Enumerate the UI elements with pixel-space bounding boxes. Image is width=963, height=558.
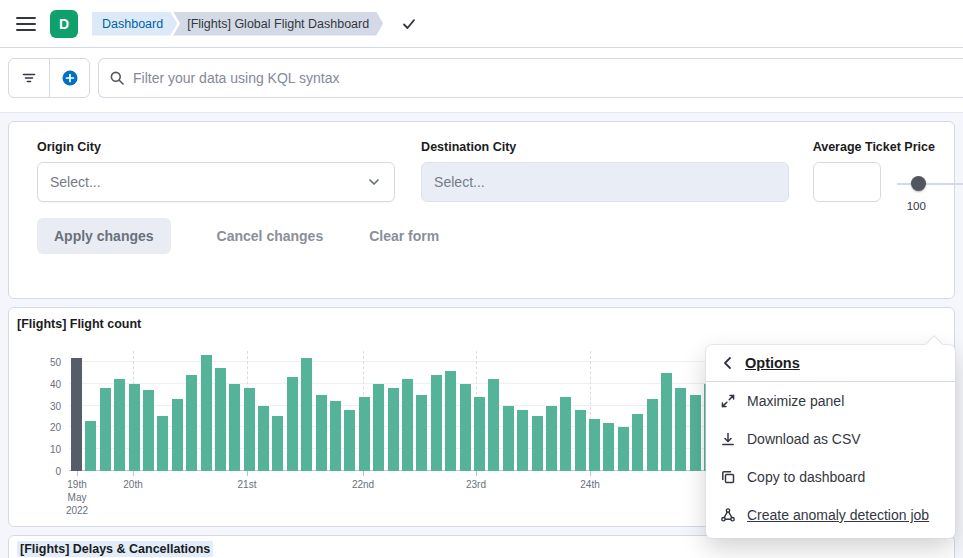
bar [445, 371, 456, 471]
bar [661, 373, 672, 471]
cancel-changes-button[interactable]: Cancel changes [217, 228, 324, 244]
bar [503, 406, 514, 471]
space-avatar[interactable]: D [50, 10, 78, 38]
clear-form-button[interactable]: Clear form [369, 228, 439, 244]
machine-learning-icon [720, 507, 736, 523]
bar [575, 410, 586, 471]
y-tick-label: 10 [50, 444, 61, 455]
bar [129, 384, 140, 471]
y-tick-label: 50 [50, 357, 61, 368]
options-menu-title: Options [745, 355, 800, 371]
bar [603, 423, 614, 471]
bar [517, 410, 528, 471]
bar [388, 388, 399, 471]
bar [201, 355, 212, 471]
panel-options-menu: Options Maximize panel Download as CSV C… [706, 345, 955, 538]
origin-city-placeholder: Select... [50, 174, 101, 190]
origin-city-select[interactable]: Select... [37, 162, 395, 202]
chevron-down-icon [366, 174, 382, 190]
x-tick-label: 20th [123, 478, 142, 491]
plus-circle-icon [62, 70, 78, 86]
bar [172, 399, 183, 471]
bar [301, 358, 312, 471]
y-tick-label: 40 [50, 379, 61, 390]
saved-check-icon[interactable] [401, 16, 417, 32]
breadcrumb-dashboard[interactable]: Dashboard [92, 12, 177, 36]
bar [690, 395, 701, 471]
query-bar [0, 48, 963, 113]
flight-count-panel-title[interactable]: [Flights] Flight count [17, 317, 954, 331]
menu-item-download-csv[interactable]: Download as CSV [706, 420, 955, 458]
x-tick-label: 22nd [352, 478, 374, 491]
bar [618, 427, 629, 471]
download-icon [720, 431, 736, 447]
bar [258, 406, 269, 471]
bar [100, 388, 111, 471]
bar [143, 390, 154, 471]
bar [344, 410, 355, 471]
ticket-price-slider-track[interactable] [897, 183, 963, 185]
options-menu-header[interactable]: Options [706, 345, 955, 382]
ticket-price-tick-label: 100 [907, 200, 926, 212]
bar [460, 384, 471, 471]
delays-panel: [Flights] Delays & Cancellations [8, 535, 955, 558]
search-icon [109, 70, 125, 86]
copy-icon [720, 469, 736, 485]
x-tick-label: 21st [238, 478, 257, 491]
destination-city-placeholder: Select... [434, 174, 485, 190]
menu-item-maximize-panel[interactable]: Maximize panel [706, 382, 955, 420]
bar [316, 395, 327, 471]
bar [85, 421, 96, 471]
bar [114, 379, 125, 471]
bar [215, 368, 226, 471]
top-header: D Dashboard [Flights] Global Flight Dash… [0, 0, 963, 48]
bar [431, 375, 442, 471]
bar [186, 375, 197, 471]
bar [589, 419, 600, 471]
bar [330, 401, 341, 471]
avg-ticket-price-label: Average Ticket Price [813, 140, 954, 154]
ticket-price-slider-thumb[interactable] [911, 176, 926, 191]
delays-panel-title[interactable]: [Flights] Delays & Cancellations [17, 542, 954, 556]
bar [474, 397, 485, 471]
bar [359, 397, 370, 471]
y-tick-label: 20 [50, 422, 61, 433]
chevron-left-icon [720, 355, 736, 371]
bar [532, 416, 543, 471]
add-filter-button[interactable] [49, 59, 89, 97]
x-tick-label: 23rd [466, 478, 486, 491]
bar [157, 416, 168, 471]
breadcrumb: Dashboard [Flights] Global Flight Dashbo… [92, 12, 383, 36]
kql-search-input[interactable] [133, 70, 953, 86]
maximize-icon [720, 393, 736, 409]
bar [675, 388, 686, 471]
filter-button-group [8, 58, 90, 98]
bar [488, 379, 499, 471]
filter-icon [21, 70, 37, 86]
bar [560, 397, 571, 471]
ticket-price-min-input[interactable] [813, 162, 881, 202]
x-tick-label: 19thMay2022 [66, 478, 88, 517]
apply-changes-button[interactable]: Apply changes [37, 218, 171, 254]
destination-city-label: Destination City [421, 140, 789, 154]
y-tick-label: 30 [50, 401, 61, 412]
bar [71, 358, 82, 471]
chart-y-axis: 01020304050 [17, 351, 69, 471]
bar [402, 379, 413, 471]
saved-query-menu-button[interactable] [9, 59, 49, 97]
kibana-dashboard-app: D Dashboard [Flights] Global Flight Dash… [0, 0, 963, 558]
destination-city-select[interactable]: Select... [421, 162, 789, 202]
bar [287, 377, 298, 471]
bar [632, 414, 643, 471]
bar [244, 388, 255, 471]
menu-item-copy-to-dashboard[interactable]: Copy to dashboard [706, 458, 955, 496]
controls-panel: Origin City Select... Destination City S… [8, 121, 955, 299]
origin-city-label: Origin City [37, 140, 395, 154]
breadcrumb-current-dashboard[interactable]: [Flights] Global Flight Dashboard [173, 12, 383, 36]
menu-hamburger-icon[interactable] [16, 17, 36, 31]
menu-item-create-anomaly-job[interactable]: Create anomaly detection job [706, 496, 955, 534]
bar [373, 384, 384, 471]
kql-search-box [98, 58, 963, 98]
bar [546, 406, 557, 471]
bar [647, 399, 658, 471]
